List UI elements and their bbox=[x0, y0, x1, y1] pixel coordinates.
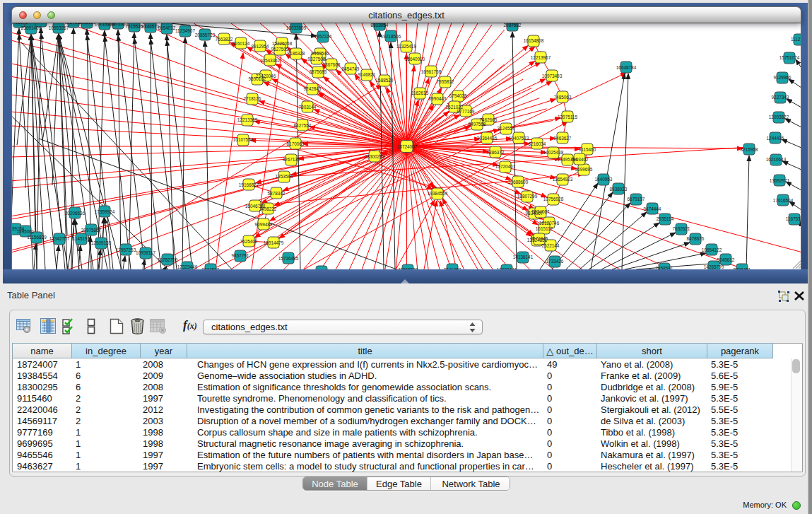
svg-text:9099489: 9099489 bbox=[255, 222, 273, 227]
svg-text:6466160: 6466160 bbox=[78, 23, 96, 25]
svg-text:11234907: 11234907 bbox=[175, 28, 195, 33]
svg-text:9327508: 9327508 bbox=[308, 57, 326, 62]
svg-text:8654012: 8654012 bbox=[158, 25, 176, 30]
svg-text:20855713: 20855713 bbox=[195, 33, 216, 37]
svg-text:10973493: 10973493 bbox=[542, 74, 563, 78]
svg-text:2935114: 2935114 bbox=[657, 216, 674, 221]
svg-text:9857791: 9857791 bbox=[232, 253, 249, 258]
svg-text:19166827: 19166827 bbox=[239, 182, 259, 187]
svg-text:8938923: 8938923 bbox=[610, 187, 628, 192]
svg-text:10654122: 10654122 bbox=[702, 247, 722, 252]
svg-text:15751074: 15751074 bbox=[779, 55, 800, 60]
svg-text:12342757: 12342757 bbox=[49, 236, 70, 241]
svg-text:7625402: 7625402 bbox=[240, 239, 258, 244]
svg-text:14265799: 14265799 bbox=[704, 264, 724, 269]
svg-text:6497568: 6497568 bbox=[469, 122, 486, 127]
svg-text:15716485: 15716485 bbox=[278, 256, 299, 261]
svg-text:20364436: 20364436 bbox=[477, 136, 498, 141]
svg-text:30975867: 30975867 bbox=[81, 228, 102, 233]
svg-text:12213967: 12213967 bbox=[531, 55, 551, 60]
svg-text:9460546: 9460546 bbox=[312, 51, 329, 56]
svg-text:8478676: 8478676 bbox=[687, 236, 705, 241]
svg-text:13975115: 13975115 bbox=[558, 115, 577, 119]
svg-text:17957253: 17957253 bbox=[116, 247, 136, 252]
svg-text:18724007: 18724007 bbox=[397, 144, 418, 149]
svg-text:7803144: 7803144 bbox=[299, 105, 317, 110]
svg-text:7386372: 7386372 bbox=[487, 150, 505, 155]
svg-text:10756928: 10756928 bbox=[543, 197, 564, 201]
svg-text:12505135: 12505135 bbox=[91, 240, 112, 245]
svg-text:9245612: 9245612 bbox=[717, 257, 735, 262]
svg-text:10107553: 10107553 bbox=[233, 137, 254, 142]
svg-text:23691406: 23691406 bbox=[21, 25, 42, 30]
svg-text:7632621: 7632621 bbox=[673, 226, 690, 231]
svg-text:8813054: 8813054 bbox=[371, 23, 389, 28]
svg-text:2571945: 2571945 bbox=[531, 236, 548, 241]
svg-text:8912954: 8912954 bbox=[252, 44, 269, 49]
svg-text:1145193: 1145193 bbox=[73, 236, 90, 241]
svg-text:18807299: 18807299 bbox=[517, 194, 538, 199]
svg-text:2087682: 2087682 bbox=[504, 23, 522, 28]
svg-text:10407533: 10407533 bbox=[509, 136, 529, 141]
svg-text:16033809: 16033809 bbox=[286, 25, 307, 30]
svg-text:1244415: 1244415 bbox=[767, 136, 784, 141]
svg-text:8427552: 8427552 bbox=[294, 123, 312, 128]
svg-text:7663822: 7663822 bbox=[216, 37, 233, 42]
svg-text:13654923: 13654923 bbox=[553, 177, 573, 182]
svg-text:10543362: 10543362 bbox=[260, 58, 281, 63]
svg-text:14136141: 14136141 bbox=[513, 255, 534, 259]
svg-text:3875685: 3875685 bbox=[310, 69, 327, 74]
svg-text:8990443: 8990443 bbox=[429, 96, 447, 101]
svg-text:1162615: 1162615 bbox=[411, 90, 429, 95]
svg-text:2718126: 2718126 bbox=[244, 96, 261, 101]
svg-text:10688609: 10688609 bbox=[508, 180, 529, 185]
svg-text:12323446: 12323446 bbox=[177, 264, 198, 269]
svg-text:9777169: 9777169 bbox=[457, 109, 475, 114]
svg-text:9146821: 9146821 bbox=[358, 72, 376, 77]
svg-text:9227343: 9227343 bbox=[772, 95, 789, 100]
svg-text:16782759: 16782759 bbox=[158, 257, 178, 262]
svg-text:1112754: 1112754 bbox=[791, 37, 801, 42]
svg-text:16914479: 16914479 bbox=[264, 240, 284, 245]
svg-text:9463627: 9463627 bbox=[554, 136, 572, 141]
svg-text:9242845: 9242845 bbox=[304, 86, 322, 91]
svg-text:1395061: 1395061 bbox=[17, 229, 35, 234]
svg-text:11325419: 11325419 bbox=[396, 44, 416, 49]
svg-text:1405572: 1405572 bbox=[11, 23, 28, 25]
svg-text:5878342: 5878342 bbox=[268, 191, 286, 196]
svg-text:15226058: 15226058 bbox=[272, 41, 293, 46]
svg-text:1588520: 1588520 bbox=[376, 78, 394, 83]
svg-text:16154808: 16154808 bbox=[524, 38, 544, 43]
svg-text:10958117: 10958117 bbox=[136, 250, 155, 255]
svg-text:16120746: 16120746 bbox=[539, 221, 560, 226]
svg-text:9129966: 9129966 bbox=[774, 75, 792, 80]
svg-text:20206536: 20206536 bbox=[65, 211, 86, 216]
svg-text:18640910: 18640910 bbox=[405, 57, 425, 62]
svg-text:9346571: 9346571 bbox=[142, 24, 160, 29]
svg-text:16210643: 16210643 bbox=[766, 157, 787, 162]
svg-text:19384554: 19384554 bbox=[428, 191, 448, 196]
svg-text:1353594: 1353594 bbox=[276, 174, 293, 179]
svg-text:15720407: 15720407 bbox=[495, 164, 516, 169]
svg-text:3498222: 3498222 bbox=[259, 206, 277, 211]
svg-text:6794028: 6794028 bbox=[449, 93, 467, 98]
svg-text:8454749: 8454749 bbox=[342, 66, 360, 71]
svg-text:7955812: 7955812 bbox=[437, 79, 454, 84]
svg-text:7485063: 7485063 bbox=[554, 95, 572, 100]
svg-text:23300273: 23300273 bbox=[365, 154, 385, 159]
svg-text:1167533: 1167533 bbox=[786, 216, 801, 221]
svg-text:17359924: 17359924 bbox=[95, 209, 115, 214]
svg-text:12213369: 12213369 bbox=[237, 117, 258, 122]
svg-text:1615112: 1615112 bbox=[536, 226, 553, 231]
svg-text:9115460: 9115460 bbox=[579, 147, 596, 152]
svg-text:4903402: 4903402 bbox=[571, 157, 589, 162]
svg-text:2522144: 2522144 bbox=[542, 243, 560, 248]
svg-text:16961758: 16961758 bbox=[421, 69, 442, 74]
svg-text:8215958: 8215958 bbox=[741, 147, 758, 152]
svg-text:9699695: 9699695 bbox=[575, 167, 593, 172]
svg-text:8160124: 8160124 bbox=[233, 41, 250, 46]
svg-text:9527503: 9527503 bbox=[271, 47, 289, 52]
svg-text:2367608: 2367608 bbox=[323, 62, 341, 67]
svg-text:10025438: 10025438 bbox=[543, 150, 564, 155]
svg-text:3124554: 3124554 bbox=[498, 126, 515, 131]
